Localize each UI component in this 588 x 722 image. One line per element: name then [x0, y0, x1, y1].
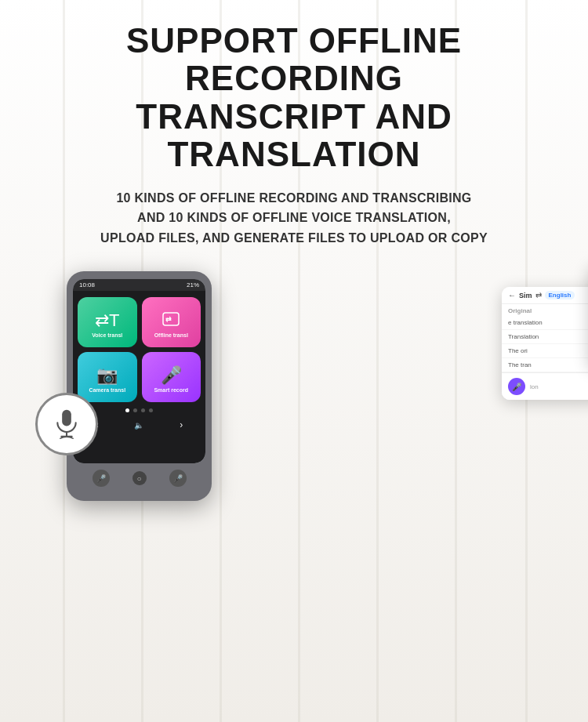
bottom-btn-right[interactable]: 🎤	[169, 470, 187, 487]
fs1-lang2: English	[545, 291, 575, 299]
nav-speaker: 🔈	[134, 421, 143, 430]
bottom-btn-center[interactable]: ○	[132, 471, 147, 485]
fs1-orig-row1: The ori	[502, 344, 588, 358]
float-screen-1: ← Sim ⇄ English Original e translation T…	[502, 287, 588, 400]
nav-right[interactable]: ›	[180, 419, 183, 430]
fs1-mic-button[interactable]: 🎤	[508, 378, 525, 395]
app-smart-record[interactable]: 🎤 Smart record	[142, 352, 201, 402]
fs1-back[interactable]: ←	[508, 291, 516, 299]
fs1-lang1: Sim	[519, 292, 532, 299]
dot-3	[141, 408, 145, 412]
dots-row	[78, 408, 201, 412]
time-display: 10:08	[79, 281, 95, 288]
fs1-header: ← Sim ⇄ English	[502, 287, 588, 304]
content-area: 10:08 21% ⇄T Voice transl	[0, 256, 588, 722]
phone-bottom-buttons: 🎤 ○ 🎤	[73, 463, 205, 490]
fs1-original-label: Original	[502, 304, 588, 316]
app-camera-transl[interactable]: 📷 Camera transl	[78, 352, 137, 402]
app-offline-transl[interactable]: ⇄ Offline transl	[142, 297, 201, 347]
page-container: SUPPORT OFFLINE RECORDING TRANSCRIPT AND…	[0, 0, 588, 722]
screen-statusbar: 10:08 21%	[73, 279, 205, 291]
fs1-trans-row2: Translation	[502, 330, 588, 344]
fs1-bottom-text: lon	[530, 383, 539, 390]
app-voice-transl[interactable]: ⇄T Voice transl	[78, 297, 137, 347]
phone-device: 10:08 21% ⇄T Voice transl	[67, 271, 212, 501]
app-label-camera: Camera transl	[89, 387, 125, 393]
mic-circle	[35, 393, 98, 455]
fs1-swap: ⇄	[535, 291, 542, 299]
battery-display: 21%	[187, 281, 199, 288]
microphone-icon	[51, 408, 82, 440]
sub-title: 10 KINDS OF OFFLINE RECORDING AND TRANSC…	[24, 188, 564, 249]
dot-1	[125, 408, 129, 412]
svg-rect-0	[62, 410, 71, 426]
app-label-voice: Voice transl	[92, 332, 122, 338]
app-grid: ⇄T Voice transl ⇄	[78, 297, 201, 402]
fs1-trans-row1: e translation	[502, 316, 588, 330]
app-label-smart: Smart record	[154, 387, 188, 393]
main-title: SUPPORT OFFLINE RECORDING TRANSCRIPT AND…	[24, 22, 564, 174]
dot-4	[149, 408, 153, 412]
fs1-bottom-bar: 🎤 lon	[502, 372, 588, 400]
header-section: SUPPORT OFFLINE RECORDING TRANSCRIPT AND…	[0, 0, 588, 256]
device-wrapper: 10:08 21% ⇄T Voice transl	[43, 271, 212, 501]
bottom-btn-left[interactable]: 🎤	[93, 470, 110, 487]
fs1-orig-row2: The tran	[502, 358, 588, 372]
app-label-offline: Offline transl	[154, 332, 188, 338]
svg-text:⇄: ⇄	[165, 315, 172, 323]
dot-2	[133, 408, 137, 412]
